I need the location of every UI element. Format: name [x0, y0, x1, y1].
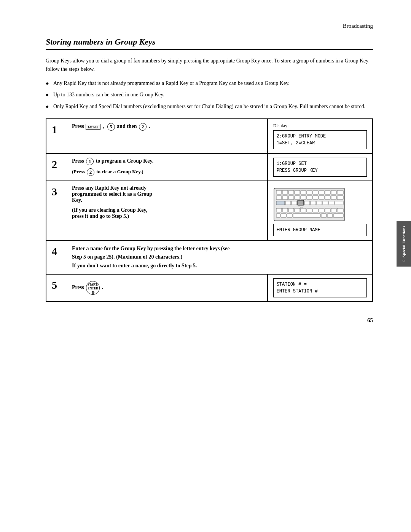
- step2-sub: (Press 2 to clear a Group Key.): [72, 168, 262, 176]
- key-5: 5: [107, 123, 115, 131]
- svg-rect-48: [293, 214, 320, 217]
- display-line-1-1: 2:GROUP ENTRY MODE: [277, 134, 326, 139]
- svg-rect-36: [288, 208, 294, 212]
- svg-rect-25: [292, 201, 297, 205]
- step-number-1: 1: [46, 119, 67, 153]
- display-line-1-2: 1=SET, 2=CLEAR: [277, 141, 315, 146]
- svg-rect-40: [313, 208, 318, 212]
- step-number-2: 2: [46, 153, 67, 181]
- key-2-step1: 2: [139, 123, 147, 131]
- svg-rect-38: [301, 208, 306, 212]
- svg-rect-18: [313, 196, 318, 200]
- svg-rect-13: [282, 196, 288, 200]
- content-area: Storing numbers in Group Keys Group Keys…: [0, 37, 411, 302]
- key-2-step2: 2: [87, 168, 94, 176]
- page-header: Broadcasting: [0, 23, 411, 29]
- display-line-2-1: 1:GROUP SET: [277, 161, 307, 166]
- display-box-3: ENTER GROUP NAME: [273, 224, 367, 236]
- step3-sub-text: (If you are clearing a Group Key,press i…: [72, 207, 147, 219]
- svg-rect-34: [276, 208, 282, 212]
- sidebar-tab: 5. Special Functions: [397, 221, 411, 267]
- key-1-step2: 1: [86, 158, 94, 165]
- svg-rect-42: [325, 208, 330, 212]
- keyboard-image: ☞: [273, 187, 346, 222]
- svg-rect-4: [295, 190, 300, 194]
- step-content-5: Press START/ENTER ⊕ .: [67, 274, 268, 302]
- svg-rect-37: [295, 208, 300, 212]
- svg-rect-8: [319, 190, 324, 194]
- svg-rect-45: [276, 214, 280, 217]
- svg-rect-9: [325, 190, 330, 194]
- svg-rect-27: [304, 201, 310, 205]
- step-display-1: Display: 2:GROUP ENTRY MODE 1=SET, 2=CLE…: [268, 119, 373, 153]
- display-line-5-2: ENTER STATION #: [277, 289, 318, 294]
- svg-rect-24: [285, 201, 291, 205]
- svg-rect-41: [319, 208, 324, 212]
- svg-rect-28: [311, 201, 316, 205]
- svg-rect-44: [337, 208, 343, 212]
- step-display-2: 1:GROUP SET PRESS GROUP KEY: [268, 153, 373, 181]
- step-row-1: 1 Press MENU , 5 and then 2 . Display: 2…: [46, 119, 373, 153]
- step-content-2: Press 1 to program a Group Key. (Press 2…: [67, 153, 268, 181]
- svg-rect-11: [337, 190, 343, 194]
- intro-paragraph: Group Keys allow you to dial a group of …: [46, 57, 373, 74]
- display-box-5: STATION # = ENTER STATION #: [273, 278, 367, 297]
- step3-text: Press any Rapid Key not alreadyprogramme…: [72, 185, 152, 203]
- step-content-4: Enter a name for the Group Key by pressi…: [67, 240, 373, 274]
- svg-rect-5: [301, 190, 306, 194]
- svg-rect-50: [327, 214, 333, 217]
- svg-rect-3: [288, 190, 294, 194]
- steps-table: 1 Press MENU , 5 and then 2 . Display: 2…: [46, 118, 373, 302]
- svg-rect-1: [276, 190, 282, 194]
- and-then-text: and then: [117, 123, 138, 129]
- svg-rect-12: [276, 196, 282, 200]
- step-number-5: 5: [46, 274, 67, 302]
- step-row-4: 4 Enter a name for the Group Key by pres…: [46, 240, 373, 274]
- menu-key: MENU: [86, 124, 100, 130]
- step-row-2: 2 Press 1 to program a Group Key. (Press…: [46, 153, 373, 181]
- step2-press: Press: [72, 158, 85, 164]
- svg-rect-49: [321, 214, 327, 217]
- page-number: 65: [0, 317, 411, 324]
- svg-rect-16: [301, 196, 306, 200]
- comma: ,: [103, 123, 106, 129]
- step-number-3: 3: [46, 181, 67, 240]
- page: Broadcasting Storing numbers in Group Ke…: [0, 0, 411, 532]
- step-display-3: ☞: [268, 181, 373, 240]
- svg-rect-21: [331, 196, 336, 200]
- step5-period: .: [102, 284, 104, 290]
- bullet-list: Any Rapid Key that is not already progra…: [46, 79, 373, 111]
- svg-rect-23: [276, 201, 285, 205]
- step2-after: to program a Group Key.: [96, 158, 154, 164]
- svg-rect-6: [307, 190, 312, 194]
- svg-rect-31: [329, 201, 334, 205]
- sidebar-text: 5. Special Functions: [401, 226, 406, 262]
- step-row-5: 5 Press START/ENTER ⊕ . STATION # = ENTE…: [46, 274, 373, 302]
- svg-rect-32: [335, 201, 343, 205]
- step-content-1: Press MENU , 5 and then 2 .: [67, 119, 268, 153]
- display-line-2-2: PRESS GROUP KEY: [277, 168, 318, 173]
- svg-rect-7: [313, 190, 318, 194]
- svg-rect-17: [307, 196, 312, 200]
- display-label-1: Display:: [273, 123, 367, 129]
- svg-rect-47: [287, 214, 292, 217]
- start-enter-key: START/ENTER ⊕: [86, 281, 100, 295]
- display-box-2: 1:GROUP SET PRESS GROUP KEY: [273, 158, 367, 177]
- step2-main: Press 1 to program a Group Key.: [72, 158, 262, 165]
- step-display-5: STATION # = ENTER STATION #: [268, 274, 373, 302]
- step1-press: Press: [72, 123, 85, 129]
- step4-text: Enter a name for the Group Key by pressi…: [72, 244, 367, 270]
- period-1: .: [149, 123, 150, 129]
- svg-rect-43: [331, 208, 336, 212]
- step-number-4: 4: [46, 240, 67, 274]
- bullet-item: Any Rapid Key that is not already progra…: [46, 79, 373, 88]
- svg-rect-29: [317, 201, 322, 205]
- svg-rect-15: [295, 196, 300, 200]
- svg-rect-2: [282, 190, 288, 194]
- step-content-3: Press any Rapid Key not alreadyprogramme…: [67, 181, 268, 240]
- svg-rect-51: [333, 214, 343, 217]
- step5-press: Press: [72, 284, 85, 290]
- svg-rect-20: [325, 196, 330, 200]
- step3-main: Press any Rapid Key not alreadyprogramme…: [72, 185, 262, 203]
- svg-rect-22: [337, 196, 343, 200]
